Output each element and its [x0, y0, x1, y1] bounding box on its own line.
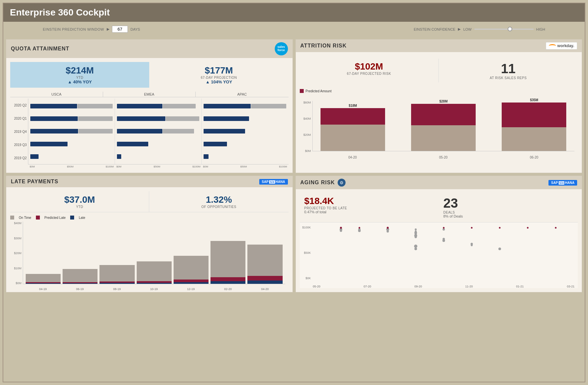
app-title: Enterprise 360 Cockpit — [10, 7, 110, 17]
attr-bar-base-0420 — [321, 125, 385, 151]
quota-ytd-kpi: $214M YTD ▲ 40% YOY — [10, 62, 149, 88]
y-0m-late: $0M — [10, 281, 23, 285]
attr-x-0620: 06-20 — [494, 156, 575, 159]
late-pct-value: 1.32% — [153, 194, 285, 205]
slider-thumb[interactable] — [508, 27, 512, 31]
bar-row — [204, 103, 286, 110]
usca-bars — [28, 99, 115, 164]
bar-row — [30, 128, 113, 135]
attr-x-0420: 04-20 — [312, 156, 393, 159]
bar-segment — [117, 154, 121, 159]
attrition-reps-kpi: 11 AT RISK SALES REPS — [439, 59, 578, 82]
late-payments-title: LATE PAYMENTS — [11, 179, 58, 185]
dashboard-grid: QUOTA ATTAINMENT salesforce $214M YTD ▲ … — [3, 37, 585, 295]
scatter-dot-23 — [443, 227, 444, 229]
aging-projected-value: $18.4K — [304, 196, 434, 206]
bar-row — [30, 115, 113, 122]
y-10m: $10M — [10, 267, 23, 270]
workday-text: workday. — [557, 44, 574, 48]
bar-segment — [30, 129, 78, 133]
x-label: $0M — [116, 165, 122, 168]
late-y-axis: $40M $30M $20M $10M $0M — [10, 222, 23, 285]
header-bar: Enterprise 360 Cockpit — [3, 3, 585, 22]
apac-bars — [202, 99, 288, 164]
quota-panel: QUOTA ATTAINMENT salesforce $214M YTD ▲ … — [6, 39, 293, 173]
attrition-reps-label: AT RISK SALES REPS — [441, 76, 575, 80]
prediction-input[interactable] — [112, 26, 128, 33]
bar-segment — [204, 142, 227, 146]
quota-ytd-change: ▲ 40% YOY — [15, 79, 145, 84]
y-20m: $20M — [10, 252, 23, 255]
aging-x-0920: 09-20 — [414, 285, 422, 288]
late-bar-0619 — [63, 222, 98, 284]
bar-row — [30, 140, 113, 148]
scatter-dot-26 — [527, 227, 529, 229]
row-2019q2: 2019 Q2 — [10, 156, 27, 160]
late-chart: $40M $30M $20M $10M $0M — [10, 222, 289, 287]
workday-arc-icon — [549, 44, 556, 48]
late-x-0619: 06-19 — [62, 287, 97, 291]
aging-projected-kpi: $18.4K Projected to be Late 0.47% of tot… — [300, 193, 439, 221]
sap-s4-badge: S/4 — [269, 180, 275, 184]
aging-body: $18.4K Projected to be Late 0.47% of tot… — [296, 189, 582, 292]
confidence-arrow: ▶ — [458, 27, 461, 31]
aging-y-50k: $50K — [300, 251, 312, 254]
aging-pct-total: 0.47% of total — [304, 210, 434, 214]
attr-bar-0620: $35M — [494, 98, 574, 151]
quota-projection-kpi: $177M 67-DAY PROJECTION ▲ 104% YOY — [149, 62, 288, 88]
late-kpi-row: $37.0M YTD 1.32% of Opportunities — [10, 191, 289, 212]
legend-ontime-box — [10, 216, 14, 220]
workday-logo: workday. — [546, 42, 577, 49]
late-pct-kpi: 1.32% of Opportunities — [149, 191, 288, 212]
x-label: $0M — [203, 165, 208, 168]
scatter-dot-19 — [498, 248, 501, 250]
aging-x-1120: 11-20 — [465, 285, 473, 288]
bar-segment — [77, 104, 113, 108]
attrition-risk-label: 67-DAY PROJECTED RISK — [302, 72, 436, 75]
y-20m: $20M — [300, 133, 312, 136]
attr-bar-stack-0520 — [411, 104, 476, 151]
days-label: DAYS — [130, 27, 140, 31]
prediction-arrow: ▶ — [107, 27, 109, 31]
attrition-reps-value: 11 — [441, 61, 575, 76]
bar-row — [204, 140, 286, 148]
late-stack-1019 — [137, 261, 172, 284]
region-apac: APAC — [196, 92, 289, 97]
y-40m: $40M — [300, 117, 312, 120]
late-payments-header: LATE PAYMENTS SAPS/4HANA — [6, 176, 293, 187]
bar-ontime — [174, 256, 209, 280]
aging-risk-header: AGING RISK ⚙ SAPS/4HANA — [296, 176, 582, 189]
bar-late — [174, 282, 209, 284]
late-stack-0220 — [210, 241, 245, 284]
emea-bars — [115, 99, 202, 164]
late-ytd-label: YTD — [14, 205, 146, 209]
attrition-title: ATTRITION RISK — [300, 43, 347, 49]
quota-title: QUOTA ATTAINMENT — [11, 46, 69, 52]
scatter-dot-5 — [340, 230, 342, 232]
confidence-slider-track[interactable] — [474, 29, 534, 30]
scatter-dot-16 — [442, 239, 445, 242]
scatter-dot-20 — [340, 227, 342, 229]
bar-segment — [204, 129, 245, 133]
late-x-0419: 04-19 — [25, 287, 60, 291]
late-stack-0619 — [63, 269, 98, 284]
bar-row — [117, 128, 199, 135]
quota-kpi-row: $214M YTD ▲ 40% YOY $177M 67-DAY PROJECT… — [10, 62, 289, 88]
attr-bar-predicted-0420 — [321, 108, 385, 125]
legend-ontime-label: On Time — [19, 216, 31, 220]
sap-hana-logo-2: SAPS/4HANA — [548, 180, 577, 186]
late-pct-label: of Opportunities — [153, 205, 285, 209]
attrition-body: $102M 67-DAY PROJECTED RISK 11 AT RISK S… — [296, 52, 582, 159]
quota-proj-change: ▲ 104% YOY — [154, 79, 284, 84]
late-payments-panel: LATE PAYMENTS SAPS/4HANA $37.0M YTD 1.32… — [6, 176, 293, 292]
bar-ontime — [247, 245, 282, 276]
bar-segment — [117, 116, 165, 121]
scatter-dot-25 — [499, 227, 501, 229]
bar-late — [63, 283, 98, 284]
bar-segment — [78, 116, 113, 121]
late-x-1019: 10-19 — [136, 287, 171, 291]
bar-ontime — [210, 241, 245, 277]
aging-x-0520: 05-20 — [313, 285, 321, 288]
late-bar-0220 — [210, 222, 245, 284]
scatter-dot-22 — [387, 227, 389, 229]
